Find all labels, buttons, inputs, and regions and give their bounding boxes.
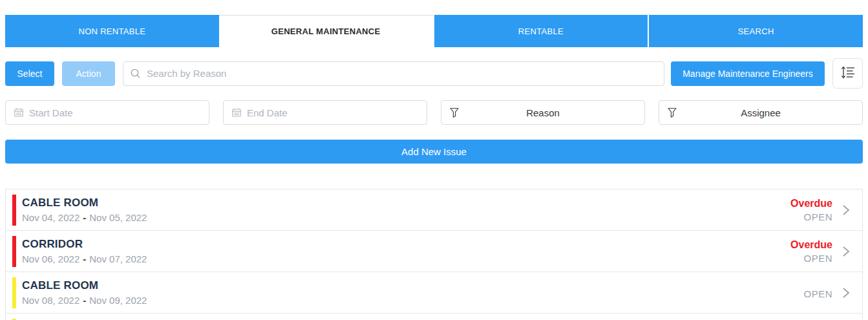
tab-search[interactable]: SEARCH: [648, 15, 863, 47]
end-date-input[interactable]: End Date: [223, 100, 427, 125]
filter-row: Start Date End Date Reason: [5, 100, 863, 125]
calendar-icon: [231, 107, 242, 120]
calendar-icon: [14, 107, 24, 120]
reason-filter[interactable]: Reason: [441, 100, 645, 125]
overdue-badge: Overdue: [790, 198, 832, 209]
issue-row[interactable]: CABLE ROOM Nov 04, 2022-Nov 05, 2022 Ove…: [6, 189, 862, 231]
chevron-right-icon[interactable]: [842, 245, 851, 258]
add-new-issue-button[interactable]: Add New Issue: [5, 140, 863, 164]
issue-row[interactable]: CORRIDOR Nov 06, 2022-Nov 07, 2022 Overd…: [6, 231, 862, 272]
select-button[interactable]: Select: [5, 61, 54, 86]
reason-filter-label: Reason: [441, 107, 644, 118]
toolbar: Select Action Manage Maintenance Enginee…: [5, 58, 863, 89]
sort-button[interactable]: [832, 58, 863, 89]
issue-title: CABLE ROOM: [22, 279, 803, 292]
issue-title: CABLE ROOM: [22, 197, 790, 209]
tab-general-maintenance[interactable]: GENERAL MAINTENANCE: [219, 15, 433, 47]
search-input[interactable]: [123, 61, 664, 86]
status-badge: OPEN: [803, 253, 832, 264]
chevron-right-icon[interactable]: [842, 286, 851, 299]
search-wrap: [123, 61, 664, 86]
status-badge: OPEN: [803, 288, 832, 299]
assignee-filter[interactable]: Assignee: [659, 100, 863, 125]
status-badge: OPEN: [803, 211, 832, 222]
severity-bar: [12, 236, 16, 267]
issue-dates: Nov 04, 2022-Nov 05, 2022: [22, 212, 790, 223]
issue-dates: Nov 06, 2022-Nov 07, 2022: [22, 253, 790, 264]
start-date-placeholder: Start Date: [29, 107, 73, 118]
funnel-icon: [667, 107, 677, 121]
issue-title: CORRIDOR: [22, 238, 790, 251]
manage-maintenance-engineers-button[interactable]: Manage Maintenance Engineers: [671, 61, 825, 86]
chevron-right-icon[interactable]: [842, 204, 851, 217]
overdue-badge: Overdue: [790, 239, 832, 251]
maintenance-tabbar: NON RENTABLE GENERAL MAINTENANCE RENTABL…: [5, 15, 863, 47]
search-icon: [130, 68, 142, 82]
issue-row[interactable]: [6, 314, 862, 320]
issue-dates: Nov 08, 2022-Nov 09, 2022: [22, 295, 803, 306]
funnel-icon: [449, 107, 460, 121]
issue-list: CABLE ROOM Nov 04, 2022-Nov 05, 2022 Ove…: [5, 189, 863, 320]
tab-non-rentable[interactable]: NON RENTABLE: [5, 15, 219, 47]
severity-bar: [12, 195, 16, 226]
tab-rentable[interactable]: RENTABLE: [433, 15, 648, 47]
assignee-filter-label: Assignee: [659, 107, 862, 118]
action-button[interactable]: Action: [62, 61, 115, 86]
issue-row[interactable]: CABLE ROOM Nov 08, 2022-Nov 09, 2022 OPE…: [6, 272, 862, 314]
end-date-placeholder: End Date: [247, 107, 288, 118]
severity-bar: [12, 277, 16, 308]
line-height-sort-icon: [840, 64, 856, 83]
start-date-input[interactable]: Start Date: [5, 100, 209, 125]
